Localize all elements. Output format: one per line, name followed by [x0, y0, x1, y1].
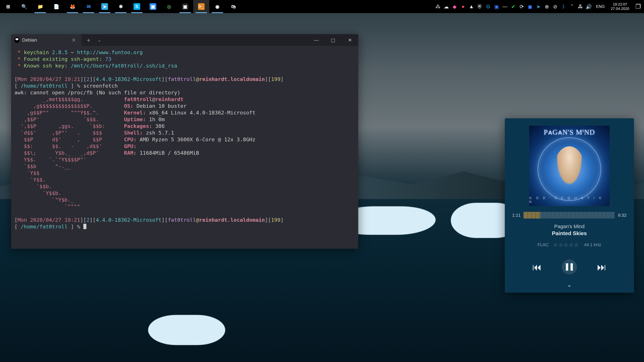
sample-rate: 44.1 kHz — [584, 242, 601, 247]
tray-vpn-icon[interactable]: ⛨ — [476, 0, 484, 13]
rating-stars[interactable]: ☆☆☆☆☆ — [553, 242, 579, 248]
terminal-body[interactable]: * keychain 2.8.5 ~ http://www.funtoo.org… — [11, 46, 358, 249]
skype-icon[interactable]: S — [129, 0, 145, 13]
taskbar-date: 27.04.2020 — [611, 6, 629, 11]
tray-volume-icon[interactable]: 🔊 — [585, 0, 593, 13]
tray-app-blue-icon[interactable]: ◼ — [526, 0, 534, 13]
next-track-button[interactable]: ⏭ — [597, 262, 606, 273]
tray-network-icon[interactable]: 🖧 — [576, 0, 585, 13]
app-green-icon[interactable]: ◎ — [161, 0, 177, 13]
tray-onedrive-icon[interactable]: ▲ — [467, 0, 476, 13]
tray-chevron-up-icon[interactable]: ˄ — [568, 0, 576, 13]
maximize-button[interactable]: ▢ — [325, 34, 342, 46]
tray-globe-icon[interactable]: ⊕ — [543, 0, 551, 13]
slack-icon[interactable]: ✱ — [113, 0, 129, 13]
time-elapsed: 1:11 — [512, 213, 521, 218]
search-icon[interactable]: 🔍 — [16, 0, 32, 13]
taskbar-language[interactable]: ENG — [593, 4, 608, 9]
tray-nx-icon[interactable]: ▣ — [492, 0, 501, 13]
track-artist: Pagan's Mind — [552, 224, 587, 229]
close-button[interactable]: ✕ — [342, 34, 358, 46]
telegram-icon[interactable]: ➤ — [96, 0, 113, 13]
taskbar-clock[interactable]: 19:22:07 27.04.2020 — [608, 2, 632, 11]
terminal-tab-title: Debian — [22, 37, 37, 43]
tray-safe-icon[interactable]: ⊘ — [551, 0, 560, 13]
store-icon[interactable]: 🛍 — [226, 0, 242, 13]
start-button[interactable]: ⊞ — [0, 0, 16, 13]
terminal-window: Debian ✕ ＋ ⌄ — ▢ ✕ * keychain 2.8.5 ~ ht… — [11, 34, 358, 249]
action-center-icon[interactable]: ❐ — [632, 3, 644, 10]
tray-dash-icon[interactable]: — — [501, 0, 509, 13]
progress-bar[interactable] — [524, 212, 615, 219]
tray-app-pink-icon[interactable]: ◆ — [450, 0, 459, 13]
taskbar-time: 19:22:07 — [611, 2, 629, 6]
tab-close-icon[interactable]: ✕ — [70, 37, 77, 43]
wallpaper-ice — [148, 315, 225, 345]
play-pause-button[interactable] — [562, 259, 577, 275]
firefox-icon[interactable]: 🦊 — [64, 0, 80, 13]
album-art[interactable]: PᴀGᴀN'S MᴵND G O D ' S E Q U A T I O N — [529, 126, 610, 206]
tray-sync-icon[interactable]: ⟳ — [518, 0, 526, 13]
tab-dropdown-icon[interactable]: ⌄ — [96, 37, 103, 43]
tray-check-icon[interactable]: ✔ — [509, 0, 518, 13]
album-band: PᴀGᴀN'S MᴵND — [544, 128, 595, 136]
tray-app-red-icon[interactable]: ● — [459, 0, 467, 13]
audio-format: FLAC — [538, 242, 548, 247]
cmd-icon[interactable]: ▣ — [177, 0, 193, 13]
music-widget: PᴀGᴀN'S MᴵND G O D ' S E Q U A T I O N 1… — [505, 118, 634, 293]
progress-played — [524, 212, 540, 219]
linux-icon — [14, 37, 20, 43]
tray-puzzle-icon[interactable]: ⁂ — [434, 0, 442, 13]
tray-bluetooth-icon[interactable]: ᛒ — [560, 0, 568, 13]
pocketcasts-icon[interactable]: ◉ — [209, 0, 226, 13]
taskbar: ⊞🔍📁📄🦊✉➤✱S▣◎▣>_◉🛍 ⁂☁◆●▲⛨G▣—✔⟳◼➤⊕⊘ᛒ˄🖧🔊 ENG… — [0, 0, 644, 13]
track-title: Painted Skies — [552, 230, 587, 237]
time-total: 6:32 — [618, 213, 626, 218]
terminal-icon[interactable]: >_ — [193, 0, 209, 13]
mail-icon[interactable]: ✉ — [80, 0, 96, 13]
terminal-titlebar[interactable]: Debian ✕ ＋ ⌄ — ▢ ✕ — [11, 34, 358, 46]
terminal-tab[interactable]: Debian ✕ — [11, 34, 82, 46]
file-explorer-icon[interactable]: 📁 — [32, 0, 48, 13]
zoom-icon[interactable]: ▣ — [145, 0, 161, 13]
prev-track-button[interactable]: ⏮ — [532, 262, 542, 273]
expand-icon[interactable]: ⌄ — [567, 281, 572, 288]
progress-row: 1:11 6:32 — [512, 212, 626, 219]
tray-logitech-icon[interactable]: G — [484, 0, 492, 13]
tray-cloud-icon[interactable]: ☁ — [442, 0, 450, 13]
minimize-button[interactable]: — — [308, 34, 325, 46]
notepad-icon[interactable]: 📄 — [48, 0, 64, 13]
new-tab-button[interactable]: ＋ — [82, 36, 96, 44]
tray-telegram-icon[interactable]: ➤ — [534, 0, 543, 13]
